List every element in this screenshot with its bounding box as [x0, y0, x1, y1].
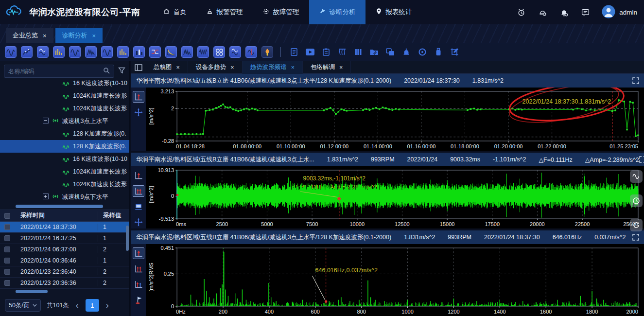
double-cursor-icon[interactable]	[133, 185, 144, 197]
tree-node[interactable]: 减速机9点下水平	[0, 191, 129, 203]
peak-wave-icon[interactable]	[85, 46, 97, 58]
single-cursor-icon[interactable]	[133, 170, 144, 181]
notification-bell-icon[interactable]	[559, 7, 569, 17]
single-cursor-icon[interactable]	[133, 247, 144, 259]
chart-tab-0[interactable]: 总貌图×	[146, 61, 188, 74]
tree-leaf[interactable]: 16 K速度波形(10-10	[0, 153, 129, 165]
pan-icon[interactable]	[133, 106, 144, 118]
multi-wave-icon[interactable]	[229, 46, 241, 58]
triple-sine-icon[interactable]	[101, 46, 113, 58]
close-icon[interactable]: ×	[176, 64, 180, 71]
long-wave-icon[interactable]	[197, 46, 209, 58]
tree-leaf[interactable]: 1024K加速度长波形	[0, 178, 129, 191]
history-button[interactable]	[630, 194, 643, 207]
waveform-button[interactable]	[630, 170, 643, 183]
row-checkbox[interactable]	[0, 224, 15, 230]
pan-icon[interactable]	[133, 216, 144, 228]
copy-settings-icon[interactable]	[384, 46, 396, 58]
collapse-panel-icon[interactable]	[131, 61, 146, 74]
table-vscrollbar[interactable]	[126, 226, 129, 251]
single-cursor-icon[interactable]	[133, 91, 144, 103]
columns-icon[interactable]	[352, 46, 364, 58]
tree-node[interactable]: 减速机3点上水平	[0, 115, 129, 127]
expand-box-icon[interactable]	[43, 193, 49, 201]
refresh-button[interactable]	[630, 219, 643, 231]
torch-icon[interactable]	[261, 46, 273, 58]
table-row[interactable]: 2022/01/24 18:37:30 1	[0, 222, 129, 233]
filter-icon[interactable]	[118, 67, 125, 76]
flag-icon[interactable]	[133, 294, 144, 306]
window-tab-0[interactable]: 企业总览×	[6, 28, 53, 43]
user-box[interactable]: admin	[602, 5, 637, 20]
double-sine-icon[interactable]	[69, 46, 81, 58]
play-video-icon[interactable]	[304, 46, 316, 58]
trend-line-icon[interactable]	[21, 46, 33, 58]
alarm-bell-icon[interactable]	[400, 46, 412, 58]
trend-chart[interactable]: 01-04 18:2801-08 00:0001-10 00:0001-12 0…	[146, 88, 644, 151]
next-page-button[interactable]: ›	[105, 301, 110, 310]
search-input[interactable]	[8, 68, 100, 75]
spectrum-bars-icon[interactable]	[53, 46, 65, 58]
nav-item-alarm[interactable]: 报警管理	[196, 0, 253, 24]
nav-item-home[interactable]: 首页	[153, 0, 196, 24]
curtain-icon[interactable]	[336, 46, 348, 58]
chart-tab-1[interactable]: 设备多趋势×	[188, 61, 243, 74]
nav-item-fault[interactable]: 故障管理	[253, 0, 309, 24]
crop-edit-icon[interactable]	[449, 46, 460, 58]
waveform-chart[interactable]: 0ms2500500075001000012500150001750020000…	[146, 166, 644, 228]
target-circle-icon[interactable]	[417, 46, 428, 58]
collapse-box-icon[interactable]	[43, 118, 49, 125]
tree-leaf[interactable]: 16 K速度波形(10-10	[0, 80, 129, 89]
chart-tab-3[interactable]: 包络解调×	[303, 61, 351, 74]
window-tab-1[interactable]: 诊断分析×	[55, 28, 103, 43]
fullscreen-icon[interactable]	[632, 234, 639, 241]
close-icon[interactable]: ×	[339, 64, 343, 71]
row-checkbox[interactable]	[0, 280, 15, 286]
table-row[interactable]: 2022/01/23 22:36:40 2	[0, 266, 129, 278]
row-checkbox[interactable]	[0, 235, 15, 241]
tree-node[interactable]: 减速机9点中水平	[0, 203, 129, 204]
bode-plot-icon[interactable]	[149, 46, 161, 58]
decay-hist-icon[interactable]	[117, 46, 129, 58]
header-checkbox[interactable]	[0, 213, 15, 219]
row-checkbox[interactable]	[0, 269, 15, 275]
tree-leaf[interactable]: 1024K加速度长波形	[0, 102, 129, 115]
tree-leaf[interactable]: 1024K加速度长波形	[0, 89, 129, 102]
folder-transfer-icon[interactable]	[368, 46, 380, 58]
tree-leaf[interactable]: 1024K加速度长波形	[0, 165, 129, 178]
close-icon[interactable]: ×	[43, 32, 47, 39]
row-checkbox[interactable]	[0, 246, 15, 252]
usb-device-icon[interactable]	[433, 46, 444, 58]
tree-leaf[interactable]: 128 K加速度波形(0.	[0, 127, 129, 140]
current-page-button[interactable]: 1	[86, 299, 99, 312]
clipboard-icon[interactable]	[320, 46, 332, 58]
search-icon[interactable]	[103, 67, 110, 76]
row-checkbox[interactable]	[0, 258, 15, 263]
close-icon[interactable]: ×	[230, 64, 234, 71]
spectrum-chart[interactable]: 0Hz2004006008001000120014001600180020000…	[146, 244, 644, 316]
alarm-gauge-icon[interactable]	[538, 7, 547, 17]
table-hscrollbar[interactable]	[3, 289, 126, 294]
bar-chart-icon[interactable]	[133, 46, 145, 58]
message-icon[interactable]	[580, 7, 590, 17]
close-icon[interactable]: ×	[291, 64, 295, 71]
tree-leaf[interactable]: 128 K加速度波形(0.	[0, 140, 129, 153]
chart-tab-2[interactable]: 趋势波形频谱×	[243, 61, 303, 74]
report-doc-icon[interactable]	[288, 46, 300, 58]
freq-analysis-icon[interactable]	[181, 46, 193, 58]
cascade-icon[interactable]	[37, 46, 49, 58]
page-size-select[interactable]: 50条/页	[5, 299, 41, 312]
nav-item-report[interactable]: 报表统计	[366, 0, 422, 24]
fullscreen-icon[interactable]	[639, 156, 644, 163]
double-cursor-icon[interactable]	[133, 263, 144, 275]
nav-item-diagnosis[interactable]: 诊断分析	[309, 0, 366, 24]
prev-page-button[interactable]: ‹	[75, 301, 80, 310]
table-row[interactable]: 2022/01/24 06:37:00 2	[0, 244, 129, 255]
close-icon[interactable]: ×	[92, 32, 96, 39]
fullscreen-icon[interactable]	[632, 77, 639, 84]
harmonic-cursor-icon[interactable]	[133, 279, 144, 290]
screen-icon[interactable]	[133, 201, 144, 212]
quad-circles-icon[interactable]	[213, 46, 225, 58]
table-row[interactable]: 2022/01/24 00:36:46 1	[0, 255, 129, 266]
table-row[interactable]: 2022/01/24 16:37:25 1	[0, 233, 129, 244]
